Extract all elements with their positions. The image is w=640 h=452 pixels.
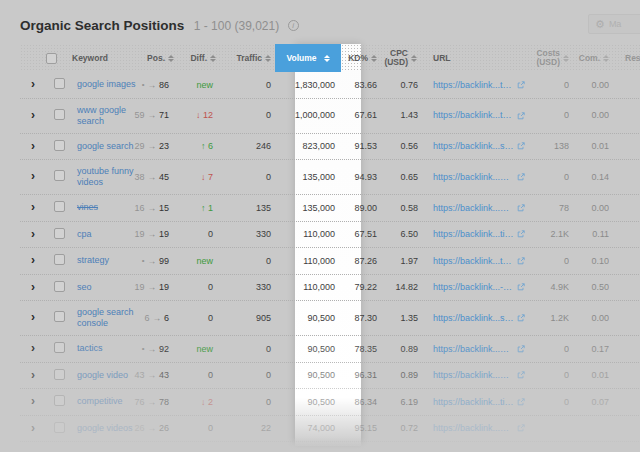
external-link-icon bbox=[517, 81, 525, 89]
expand-chevron-icon[interactable]: › bbox=[31, 280, 35, 294]
keyword-link[interactable]: google search console bbox=[77, 307, 136, 329]
col-header-costs[interactable]: Costs (USD) bbox=[525, 49, 573, 67]
col-header-url[interactable]: URL bbox=[421, 54, 525, 63]
keyword-link[interactable]: strategy bbox=[77, 255, 109, 266]
url-link[interactable]: https://backlink...sole bbox=[433, 313, 514, 324]
keyword-link[interactable]: google videos bbox=[77, 423, 133, 434]
expand-chevron-icon[interactable]: › bbox=[31, 394, 35, 408]
expand-chevron-icon[interactable]: › bbox=[31, 169, 35, 183]
url-link[interactable]: https://backlink...deos bbox=[433, 172, 514, 183]
results-cell bbox=[613, 281, 640, 293]
row-checkbox[interactable] bbox=[54, 228, 65, 239]
position-cell: •→92 bbox=[136, 338, 178, 361]
col-header-results[interactable]: Resu bbox=[613, 54, 640, 63]
kd-cell: 87.26 bbox=[341, 250, 381, 273]
url-link[interactable]: https://backlink...tegy bbox=[433, 256, 514, 267]
position-cell: 19→19 bbox=[136, 276, 178, 299]
cpc-cell: 0.89 bbox=[381, 364, 421, 387]
expand-chevron-icon[interactable]: › bbox=[31, 421, 35, 435]
expand-chevron-icon[interactable]: › bbox=[31, 368, 35, 382]
position-arrow-icon: → bbox=[147, 172, 156, 183]
row-checkbox[interactable] bbox=[54, 369, 65, 380]
row-checkbox[interactable] bbox=[54, 254, 65, 265]
keyword-link[interactable]: cpa bbox=[77, 229, 92, 240]
url-link[interactable]: https://backlink...ting bbox=[433, 229, 514, 240]
url-link[interactable]: https://backlink...deos bbox=[433, 370, 514, 381]
url-link[interactable]: https://backlink...gies bbox=[433, 344, 514, 355]
traffic-cell: 22 bbox=[220, 417, 275, 440]
keyword-link[interactable]: www google search bbox=[77, 105, 136, 127]
row-checkbox[interactable] bbox=[54, 342, 65, 353]
kd-cell: 95.15 bbox=[341, 417, 381, 440]
cpc-cell: 0.65 bbox=[381, 166, 421, 189]
external-link-icon bbox=[517, 142, 525, 150]
col-header-pos[interactable]: Pos. bbox=[136, 54, 178, 63]
expand-cell: › bbox=[20, 73, 46, 97]
expand-chevron-icon[interactable]: › bbox=[31, 227, 35, 241]
col-header-kd[interactable]: KD% bbox=[341, 54, 381, 63]
checkbox-cell bbox=[46, 336, 72, 362]
row-checkbox[interactable] bbox=[54, 109, 65, 120]
url-link[interactable]: https://backlink...deos bbox=[433, 423, 514, 434]
url-link[interactable]: https://backlink...tors bbox=[433, 110, 514, 121]
table-row: › google images •→86 new 0 1,830,000 83.… bbox=[20, 72, 640, 99]
volume-cell: 1,000,000 bbox=[275, 104, 341, 127]
row-checkbox[interactable] bbox=[54, 311, 65, 322]
col-header-traffic[interactable]: Traffic bbox=[220, 54, 275, 63]
keyword-link[interactable]: google images bbox=[77, 79, 136, 90]
col-header-keyword[interactable]: Keyword bbox=[72, 54, 136, 63]
keyword-link[interactable]: vines bbox=[77, 202, 98, 213]
manage-columns-button[interactable]: ⚙ Ma bbox=[588, 14, 640, 34]
row-checkbox[interactable] bbox=[54, 140, 65, 151]
checkbox-cell bbox=[46, 305, 72, 331]
url-link[interactable]: https://backlink...sole bbox=[433, 141, 514, 152]
position-new: 15 bbox=[159, 203, 169, 214]
url-link[interactable]: https://backlink...tors bbox=[433, 80, 514, 91]
row-checkbox[interactable] bbox=[54, 422, 65, 433]
position-new: 92 bbox=[159, 344, 169, 355]
expand-chevron-icon[interactable]: › bbox=[31, 77, 35, 91]
diff-cell: new bbox=[178, 338, 220, 361]
url-link[interactable]: https://backlink...tion bbox=[433, 397, 514, 408]
col-header-com[interactable]: Com. bbox=[573, 54, 613, 63]
expand-chevron-icon[interactable]: › bbox=[31, 108, 35, 122]
row-checkbox[interactable] bbox=[54, 201, 65, 212]
select-all-checkbox[interactable] bbox=[46, 53, 57, 64]
keyword-link[interactable]: competitive bbox=[77, 396, 123, 407]
position-old: 6 bbox=[144, 313, 149, 324]
volume-cell: 135,000 bbox=[275, 197, 341, 220]
table-row: › youtube funny videos 38→45 ↓ 7 0 135,0… bbox=[20, 160, 640, 195]
row-checkbox[interactable] bbox=[54, 281, 65, 292]
col-header-diff[interactable]: Diff. bbox=[178, 54, 220, 63]
com-cell: 0.11 bbox=[573, 223, 613, 246]
row-checkbox[interactable] bbox=[54, 395, 65, 406]
com-cell: 0.14 bbox=[573, 166, 613, 189]
expand-chevron-icon[interactable]: › bbox=[31, 341, 35, 355]
expand-chevron-icon[interactable]: › bbox=[31, 253, 35, 267]
keyword-link[interactable]: seo bbox=[77, 282, 92, 293]
url-cell: https://backlink...deos bbox=[421, 417, 525, 440]
info-icon[interactable]: i bbox=[288, 20, 299, 31]
external-link-icon bbox=[517, 314, 525, 322]
keyword-link[interactable]: google video bbox=[77, 370, 128, 381]
expand-chevron-icon[interactable]: › bbox=[31, 139, 35, 153]
results-cell bbox=[613, 343, 640, 355]
url-link[interactable]: https://backlink...deos bbox=[433, 203, 514, 214]
expand-chevron-icon[interactable]: › bbox=[31, 310, 35, 324]
table-row: › strategy •→99 new 0 110,000 87.26 1.97… bbox=[20, 248, 640, 275]
expand-chevron-icon[interactable]: › bbox=[31, 200, 35, 214]
volume-cell: 110,000 bbox=[275, 223, 341, 246]
position-new: 43 bbox=[159, 370, 169, 381]
keyword-link[interactable]: youtube funny videos bbox=[77, 166, 136, 188]
com-cell: 0.01 bbox=[573, 364, 613, 387]
keyword-link[interactable]: google search bbox=[77, 141, 134, 152]
col-header-cpc[interactable]: CPC (USD) bbox=[381, 49, 421, 67]
external-link-icon bbox=[517, 230, 525, 238]
position-arrow-icon: → bbox=[147, 141, 156, 152]
organic-search-positions-panel: Organic Search Positions 1 - 100 (39,021… bbox=[0, 0, 640, 452]
row-checkbox[interactable] bbox=[54, 170, 65, 181]
row-checkbox[interactable] bbox=[54, 78, 65, 89]
keyword-link[interactable]: tactics bbox=[77, 343, 103, 354]
col-header-volume[interactable]: Volume bbox=[275, 44, 341, 72]
url-link[interactable]: https://backlink...-seo bbox=[433, 282, 514, 293]
